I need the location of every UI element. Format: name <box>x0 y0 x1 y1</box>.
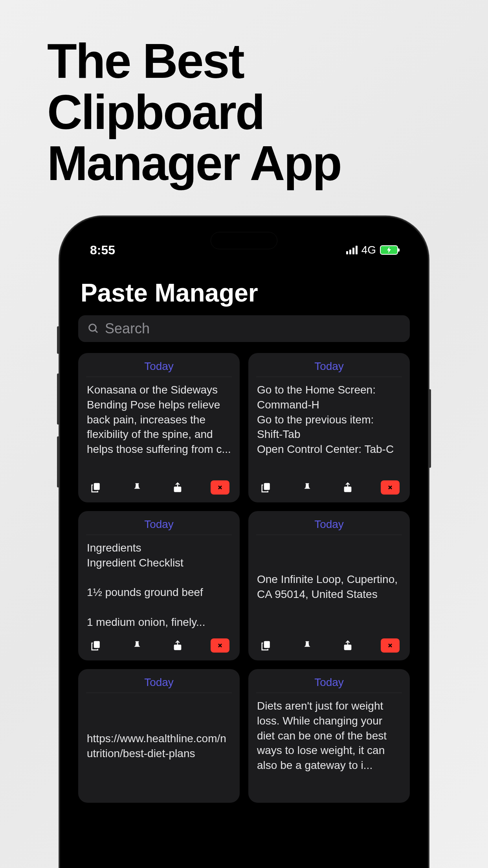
share-button[interactable] <box>340 480 356 495</box>
pin-button[interactable] <box>299 480 315 495</box>
card-date-label: Today <box>256 518 402 535</box>
card-content: Diets aren't just for weight loss. While… <box>256 693 402 797</box>
card-date-label: Today <box>86 360 232 377</box>
pin-button[interactable] <box>129 480 145 495</box>
svg-line-1 <box>95 330 97 333</box>
clipboard-card[interactable]: Today Konasana or the Sideways Bending P… <box>78 353 240 502</box>
delete-button[interactable] <box>211 638 229 653</box>
network-label: 4G <box>361 244 376 256</box>
clipboard-grid: Today Konasana or the Sideways Bending P… <box>78 353 410 803</box>
svg-point-0 <box>89 324 96 331</box>
svg-rect-7 <box>174 645 182 650</box>
phone-frame: 8:55 4G Paste Manager Search Today <box>59 216 429 868</box>
svg-rect-5 <box>344 487 352 492</box>
search-icon <box>88 323 99 335</box>
clipboard-card[interactable]: Today Ingredients Ingredient Checklist 1… <box>78 511 240 660</box>
marketing-headline: The Best Clipboard Manager App <box>47 35 441 189</box>
power-button <box>429 389 431 468</box>
delete-button[interactable] <box>381 638 400 653</box>
card-actions <box>86 479 232 497</box>
card-content: Konasana or the Sideways Bending Pose he… <box>86 377 232 479</box>
clipboard-card[interactable]: Today Go to the Home Screen: Command-H G… <box>248 353 410 502</box>
svg-rect-2 <box>94 483 100 490</box>
copy-button[interactable] <box>88 638 104 653</box>
status-time: 8:55 <box>90 243 115 257</box>
share-button[interactable] <box>340 638 356 653</box>
phone-screen: 8:55 4G Paste Manager Search Today <box>66 223 422 868</box>
copy-button[interactable] <box>88 480 104 495</box>
svg-rect-4 <box>264 483 270 490</box>
clipboard-card[interactable]: Today Diets aren't just for weight loss.… <box>248 669 410 803</box>
card-date-label: Today <box>86 676 232 693</box>
pin-button[interactable] <box>129 638 145 653</box>
svg-rect-6 <box>94 641 100 648</box>
clipboard-card[interactable]: Today One Infinite Loop, Cupertino, CA 9… <box>248 511 410 660</box>
dynamic-island <box>211 232 277 249</box>
pin-button[interactable] <box>299 638 315 653</box>
card-content: https://www.healthline.com/nutrition/bes… <box>86 693 232 797</box>
app-content: Paste Manager Search Today Konasana or t… <box>66 263 422 868</box>
copy-button[interactable] <box>259 638 274 653</box>
card-date-label: Today <box>256 360 402 377</box>
card-content: Go to the Home Screen: Command-H Go to t… <box>256 377 402 479</box>
signal-icon <box>346 246 358 254</box>
share-button[interactable] <box>170 638 185 653</box>
volume-down-button <box>57 436 59 487</box>
page-title: Paste Manager <box>78 278 410 307</box>
mute-switch <box>57 326 59 354</box>
status-right: 4G <box>346 244 398 256</box>
card-date-label: Today <box>86 518 232 535</box>
delete-button[interactable] <box>381 480 400 495</box>
share-button[interactable] <box>170 480 185 495</box>
search-input[interactable]: Search <box>78 315 410 342</box>
search-placeholder: Search <box>105 320 150 337</box>
card-date-label: Today <box>256 676 402 693</box>
svg-rect-8 <box>264 641 270 648</box>
card-actions <box>86 637 232 655</box>
svg-rect-9 <box>344 645 352 650</box>
clipboard-card[interactable]: Today https://www.healthline.com/nutriti… <box>78 669 240 803</box>
volume-up-button <box>57 373 59 425</box>
card-actions <box>256 479 402 497</box>
card-actions <box>256 637 402 655</box>
card-content: Ingredients Ingredient Checklist 1½ poun… <box>86 535 232 637</box>
copy-button[interactable] <box>259 480 274 495</box>
card-content: One Infinite Loop, Cupertino, CA 95014, … <box>256 535 402 637</box>
svg-rect-3 <box>174 487 182 492</box>
battery-icon <box>380 245 398 255</box>
delete-button[interactable] <box>211 480 229 495</box>
